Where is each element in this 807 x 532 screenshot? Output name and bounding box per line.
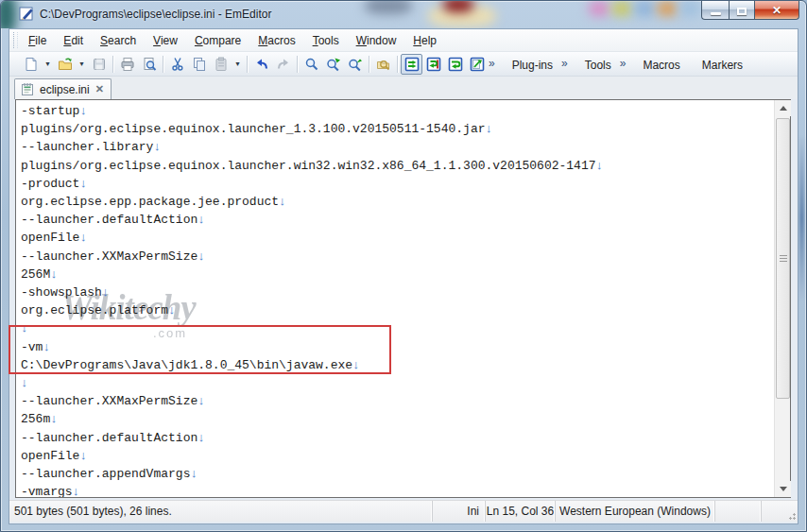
paste-dropdown-button[interactable]: ▼ [232, 54, 244, 75]
open-file-button[interactable] [54, 54, 76, 75]
menu-view[interactable]: View [145, 29, 186, 51]
menu-window[interactable]: Window [348, 29, 405, 51]
editor-text[interactable]: -startup↓plugins/org.eclipse.equinox.lau… [16, 102, 773, 497]
toolbar-overflow-chevron[interactable]: » [488, 57, 498, 72]
macros-toolbar-label[interactable]: Macros [639, 56, 687, 72]
cut-button[interactable] [166, 54, 188, 75]
toolbar-separator [397, 56, 398, 73]
plugins-overflow-chevron[interactable]: » [560, 57, 571, 72]
wrap-by-window-button[interactable] [444, 54, 466, 75]
editor-line[interactable]: --launcher.XXMaxPermSize↓ [21, 392, 773, 410]
status-encoding[interactable]: Western European (Windows) [555, 501, 714, 522]
wrap-by-characters-icon [426, 57, 441, 72]
editor-line[interactable]: --launcher.defaultAction↓ [21, 211, 773, 229]
editor-line[interactable]: plugins/org.eclipse.equinox.launcher.win… [21, 157, 773, 175]
print-button[interactable] [116, 54, 138, 75]
editor-line[interactable]: -vm↓ [21, 338, 773, 356]
minimize-button[interactable] [701, 1, 729, 20]
no-wrap-button[interactable] [401, 54, 422, 75]
status-cursor-position[interactable]: Ln 15, Col 36 [485, 501, 555, 522]
aero-blur-decoration [657, 1, 678, 16]
line-ending-icon: ↓ [197, 249, 205, 264]
editor-line[interactable]: -startup↓ [21, 102, 773, 120]
find-in-files-icon [376, 57, 391, 72]
editor-line[interactable]: 256m↓ [21, 410, 773, 428]
line-text: -startup [21, 104, 79, 118]
toolbar-separator [369, 56, 369, 73]
editor-line[interactable]: -product↓ [21, 175, 773, 193]
tab-close-icon[interactable]: ✕ [95, 83, 104, 95]
line-ending-icon: ↓ [596, 159, 604, 173]
emeditor-app-icon [19, 6, 35, 22]
toolbar-separator [112, 56, 113, 73]
find-next-icon [326, 57, 341, 72]
scroll-up-button[interactable] [775, 100, 791, 116]
maximize-icon [737, 8, 747, 15]
editor-line[interactable]: --launcher.XXMaxPermSize↓ [21, 248, 773, 266]
find-previous-button[interactable] [344, 54, 366, 75]
editor-line[interactable]: plugins/org.eclipse.equinox.launcher_1.3… [21, 120, 773, 138]
triangle-up-icon [780, 106, 787, 111]
print-preview-button[interactable] [138, 54, 160, 75]
editor-line[interactable]: 256M↓ [21, 266, 773, 283]
editor-line[interactable]: --launcher.appendVmargs↓ [21, 465, 773, 483]
line-ending-icon: ↓ [21, 321, 28, 335]
markers-toolbar-label[interactable]: Markers [698, 56, 750, 72]
maximize-button[interactable] [729, 1, 754, 20]
editor-line[interactable]: org.eclipse.epp.package.jee.product↓ [21, 193, 773, 211]
find-in-files-button[interactable] [372, 54, 394, 75]
tools-overflow-chevron[interactable]: » [619, 57, 629, 72]
editor-line[interactable]: ↓ [21, 319, 773, 337]
wrap-by-window-icon [448, 57, 463, 72]
editor-line[interactable]: C:\DevPrograms\Java\jdk1.8.0_45\bin\java… [21, 356, 773, 374]
editor-line[interactable]: -vmargs↓ [21, 483, 773, 497]
line-text: org.eclipse.platform [21, 303, 168, 317]
editor-line[interactable]: openFile↓ [21, 447, 773, 465]
editor-line[interactable]: org.eclipse.platform↓ [21, 301, 773, 319]
editor-line[interactable]: openFile↓ [21, 229, 773, 247]
scrollbar-thumb[interactable] [776, 118, 790, 399]
copy-icon [192, 57, 207, 72]
wrap-by-page-button[interactable] [466, 54, 488, 75]
menu-edit[interactable]: Edit [55, 29, 92, 51]
editor-line[interactable]: -showsplash↓ [21, 283, 773, 301]
new-document-icon [24, 57, 39, 72]
vertical-scrollbar[interactable] [774, 100, 790, 497]
menu-search[interactable]: Search [92, 29, 145, 51]
titlebar[interactable]: C:\DevPrograms\eclipse\eclipse.ini - EmE… [1, 1, 806, 28]
editor-line[interactable]: ↓ [21, 374, 773, 392]
minimize-icon [711, 12, 721, 15]
copy-button[interactable] [188, 54, 210, 75]
open-dropdown-button[interactable]: ▼ [76, 54, 88, 75]
tools-toolbar-label[interactable]: Tools [581, 56, 619, 72]
toolbar-separator [297, 56, 298, 73]
find-button[interactable] [300, 54, 322, 75]
wrap-by-characters-button[interactable] [422, 54, 444, 75]
redo-button[interactable] [272, 54, 294, 75]
find-next-button[interactable] [322, 54, 344, 75]
status-syntax[interactable]: Ini [432, 501, 485, 522]
close-button[interactable]: ✕ [754, 1, 799, 20]
menu-tools[interactable]: Tools [304, 29, 348, 51]
no-wrap-icon [404, 57, 420, 72]
toolbar: ▼ ▼ [9, 52, 798, 77]
scroll-down-button[interactable] [775, 481, 791, 497]
menu-compare[interactable]: Compare [186, 29, 249, 51]
menu-help[interactable]: Help [404, 29, 445, 51]
toolbar-grip[interactable] [13, 32, 18, 48]
tab-eclipse-ini[interactable]: eclipse.ini ✕ [14, 78, 112, 99]
editor-line[interactable]: --launcher.defaultAction↓ [21, 429, 773, 447]
resize-grip-icon[interactable] [787, 511, 796, 520]
undo-button[interactable] [250, 54, 272, 75]
toolbar-separator [247, 56, 248, 73]
editor-line[interactable]: --launcher.library↓ [21, 138, 773, 156]
paste-button[interactable] [210, 54, 232, 75]
save-button[interactable] [88, 54, 110, 75]
plugins-toolbar-label[interactable]: Plug-ins [508, 56, 560, 72]
new-dropdown-button[interactable]: ▼ [42, 54, 54, 75]
line-ending-icon: ↓ [73, 485, 80, 497]
new-document-button[interactable] [20, 54, 42, 75]
editor[interactable]: Wikitechy .com -startup↓plugins/org.ecli… [15, 99, 791, 498]
menu-macros[interactable]: Macros [249, 29, 303, 51]
menu-file[interactable]: File [20, 29, 55, 51]
